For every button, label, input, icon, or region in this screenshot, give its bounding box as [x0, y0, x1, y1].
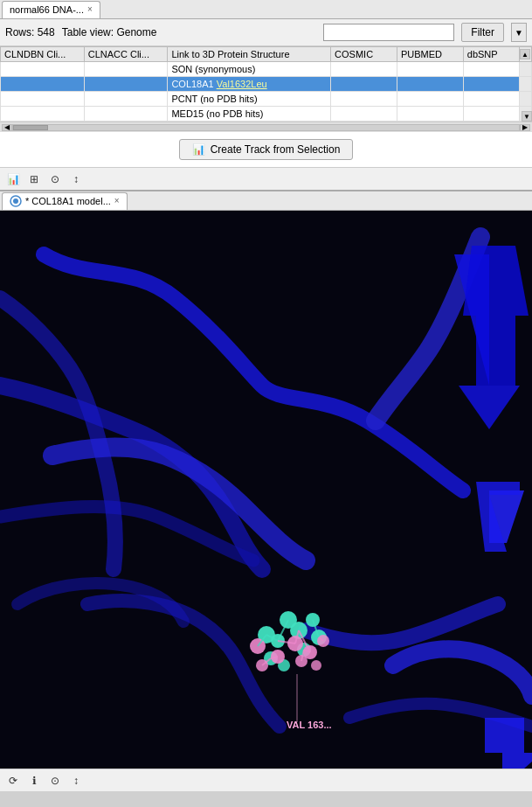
- bottom-toolbar-1: 📊 ⊞ ⊙ ↕: [0, 167, 532, 190]
- cell-pubmed: [397, 107, 463, 122]
- col-header-dbsnp[interactable]: dbSNP: [463, 47, 519, 62]
- cell-clnacc: [84, 92, 168, 107]
- cell-clndbn: [1, 107, 85, 122]
- cell-cosmic: [331, 107, 397, 122]
- cell-clnacc: [84, 107, 168, 122]
- table-row[interactable]: MED15 (no PDB hits): [1, 107, 532, 122]
- col-header-link[interactable]: Link to 3D Protein Structure: [168, 47, 331, 62]
- scroll-corner: ▲: [519, 47, 531, 62]
- toolbar-2-icon-target[interactable]: ⊙: [47, 773, 63, 789]
- cell-dbsnp: [463, 107, 519, 122]
- cell-clndbn: [1, 92, 85, 107]
- create-track-icon: 📊: [192, 143, 205, 156]
- cell-dbsnp: [463, 77, 519, 92]
- col-header-clnacc[interactable]: CLNACC Cli...: [84, 47, 168, 62]
- scroll-track[interactable]: [12, 124, 520, 131]
- bottom-toolbar-2: ⟳ ℹ ⊙ ↕: [0, 769, 532, 791]
- filter-button[interactable]: Filter: [461, 23, 504, 42]
- second-tab-label: * COL18A1 model...: [25, 196, 111, 206]
- table-row[interactable]: PCNT (no PDB hits): [1, 92, 532, 107]
- cell-clnacc: [84, 77, 168, 92]
- protein-icon: [10, 195, 22, 207]
- scroll-cell: [519, 62, 531, 77]
- cell-clnacc: [84, 62, 168, 77]
- table-header-row: CLNDBN Cli... CLNACC Cli... Link to 3D P…: [1, 47, 532, 62]
- rows-info: Rows: 548: [5, 26, 55, 38]
- cell-pubmed: [397, 77, 463, 92]
- top-toolbar: Rows: 548 Table view: Genome Filter ▼: [0, 19, 532, 46]
- scroll-thumb[interactable]: [13, 125, 48, 130]
- top-tab-label: normal66 DNA-...: [10, 4, 84, 15]
- cell-cosmic: [331, 77, 397, 92]
- cell-cosmic: [331, 92, 397, 107]
- scroll-down-arrow[interactable]: ▼: [522, 111, 532, 122]
- table-view-label: Table view: Genome: [62, 26, 157, 38]
- protein-link[interactable]: Val1632Leu: [217, 79, 267, 89]
- second-tab-close-icon[interactable]: ×: [114, 197, 120, 205]
- scroll-right-arrow[interactable]: ▶: [520, 124, 530, 131]
- cell-link[interactable]: COL18A1 Val1632Leu: [168, 77, 331, 92]
- cell-dbsnp: [463, 62, 519, 77]
- col-header-pubmed[interactable]: PUBMED: [397, 47, 463, 62]
- second-tab-col18a1[interactable]: * COL18A1 model... ×: [2, 192, 128, 210]
- top-panel: Rows: 548 Table view: Genome Filter ▼ CL…: [0, 19, 532, 191]
- svg-text:VAL 163...: VAL 163...: [287, 720, 332, 730]
- horizontal-scrollbar[interactable]: ◀ ▶: [0, 122, 532, 132]
- top-tab-normal66[interactable]: normal66 DNA-... ×: [2, 1, 100, 18]
- toolbar-2-icon-rotate[interactable]: ⟳: [5, 773, 21, 789]
- cell-clndbn: [1, 62, 85, 77]
- data-table: CLNDBN Cli... CLNACC Cli... Link to 3D P…: [0, 46, 532, 122]
- cell-dbsnp: [463, 92, 519, 107]
- toolbar-icon-chart[interactable]: 📊: [5, 171, 21, 187]
- toolbar-icon-arrows[interactable]: ↕: [68, 171, 84, 187]
- cell-link: MED15 (no PDB hits): [168, 107, 331, 122]
- svg-point-1: [13, 198, 18, 204]
- scroll-up-arrow[interactable]: ▲: [520, 49, 530, 59]
- svg-point-22: [311, 660, 321, 671]
- second-tab-bar: * COL18A1 model... ×: [0, 191, 532, 211]
- col-header-clndbn[interactable]: CLNDBN Cli...: [1, 47, 85, 62]
- viewer-3d[interactable]: VAL 163...: [0, 211, 532, 769]
- cell-clndbn: [1, 77, 85, 92]
- search-input[interactable]: [323, 24, 454, 41]
- scroll-left-arrow[interactable]: ◀: [2, 124, 12, 131]
- top-tab-bar: normal66 DNA-... ×: [0, 0, 532, 19]
- cell-link: SON (synonymous): [168, 62, 331, 77]
- scroll-cell: [519, 92, 531, 107]
- create-track-area: 📊 Create Track from Selection: [0, 132, 532, 167]
- funnel-icon: ▼: [515, 28, 523, 38]
- toolbar-2-icon-info[interactable]: ℹ: [26, 773, 42, 789]
- col-header-cosmic[interactable]: COSMIC: [331, 47, 397, 62]
- create-track-label: Create Track from Selection: [211, 143, 341, 156]
- scroll-cell: [519, 77, 531, 92]
- top-tab-close-icon[interactable]: ×: [87, 5, 93, 14]
- toolbar-2-icon-arrows[interactable]: ↕: [68, 773, 84, 789]
- table-row[interactable]: COL18A1 Val1632Leu: [1, 77, 532, 92]
- funnel-button[interactable]: ▼: [511, 23, 527, 42]
- protein-3d-svg: VAL 163...: [0, 211, 532, 769]
- create-track-button[interactable]: 📊 Create Track from Selection: [179, 139, 354, 160]
- toolbar-icon-circle[interactable]: ⊙: [47, 171, 63, 187]
- toolbar-icon-grid[interactable]: ⊞: [26, 171, 42, 187]
- table-row[interactable]: SON (synonymous): [1, 62, 532, 77]
- cell-cosmic: [331, 62, 397, 77]
- cell-link: PCNT (no PDB hits): [168, 92, 331, 107]
- cell-pubmed: [397, 92, 463, 107]
- cell-pubmed: [397, 62, 463, 77]
